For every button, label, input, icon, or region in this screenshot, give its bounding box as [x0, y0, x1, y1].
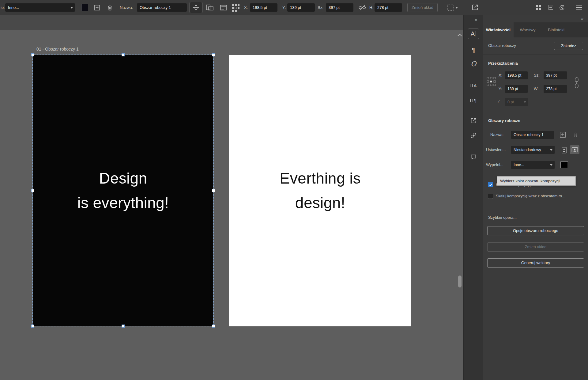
workspace-switcher-button[interactable]: [535, 4, 542, 11]
orientation-portrait-button[interactable]: [560, 146, 568, 154]
y-input[interactable]: 139 pt: [287, 3, 315, 12]
artboard-fill-color-swatch[interactable]: [560, 162, 568, 168]
paragraph-panel-icon[interactable]: ¶: [468, 44, 479, 55]
vertical-scrollbar[interactable]: [458, 276, 462, 287]
artboard-options-toolbar: ie: Inne... Nazwa: Obszar roboczy 1 X: 1…: [0, 0, 588, 15]
transform-width-input[interactable]: 397 pt: [544, 71, 567, 79]
tab-biblioteki[interactable]: Biblioteki: [542, 22, 571, 37]
style-box: [470, 99, 473, 102]
artboard-list-button[interactable]: [220, 4, 228, 11]
preset-color-swatch[interactable]: [81, 4, 88, 11]
transform-height-input[interactable]: 278 pt: [544, 85, 567, 93]
hamburger-icon: [575, 5, 582, 10]
selection-handle-top-right[interactable]: [212, 53, 215, 56]
artboard-fill-dropdown[interactable]: Inne...: [511, 161, 555, 169]
sync-icon: [558, 4, 566, 11]
change-layout-button-panel[interactable]: Zmień układ: [487, 242, 584, 252]
dashed-square-icon: [447, 4, 454, 11]
reference-point-selector[interactable]: [487, 77, 496, 86]
height-input[interactable]: 278 pt: [375, 3, 402, 12]
move-artboard-tool-button[interactable]: [190, 2, 202, 13]
rearrange-artboards-button[interactable]: [231, 3, 240, 12]
opentype-panel-icon[interactable]: O: [468, 58, 479, 69]
chevron-down-icon: [550, 149, 552, 151]
width-input[interactable]: 397 pt: [326, 3, 353, 12]
properties-panel: » Właściwości Warstwy Biblioteki Obszar …: [483, 15, 588, 380]
preset-label-clipped: ie:: [1, 0, 5, 15]
character-panel-icon[interactable]: A: [468, 28, 479, 39]
artboard-2[interactable]: Everthing is design!: [229, 55, 411, 326]
x-input[interactable]: 198.5 pt: [250, 3, 277, 12]
add-artboard-button[interactable]: [560, 131, 566, 138]
reference-point-icon: [487, 77, 496, 86]
artboard-1[interactable]: Design is everything!: [33, 55, 213, 326]
quick-actions-title: Szybkie opera...: [488, 214, 517, 222]
panel-tab-bar: Właściwości Warstwy Biblioteki: [483, 22, 588, 37]
angle-icon: ∠: [497, 98, 501, 106]
artboard-name-input[interactable]: Obszar roboczy 1: [137, 3, 187, 12]
selection-handle-bottom-left[interactable]: [31, 325, 34, 328]
export-icon: [471, 4, 479, 11]
collapse-panels-icon[interactable]: «: [475, 17, 477, 22]
trash-icon: [107, 4, 113, 11]
new-artboard-button[interactable]: [93, 4, 101, 11]
selection-handle-bottom-middle[interactable]: [122, 325, 125, 328]
tab-wlasciwosci[interactable]: Właściwości: [483, 22, 514, 37]
sync-button[interactable]: [558, 4, 566, 11]
artboard2-text-line2: design!: [280, 191, 361, 215]
canvas-area[interactable]: 01 - Obszar roboczy 1 Design is everythi…: [0, 15, 463, 380]
artboard-name-input[interactable]: Obszar roboczy 1: [511, 131, 554, 139]
artboard-options-button[interactable]: Opcje obszaru roboczego: [487, 226, 584, 235]
delete-artboard-button[interactable]: [573, 131, 578, 138]
artboard-preset-dropdown[interactable]: Inne...: [5, 3, 75, 12]
portrait-icon: [561, 147, 567, 154]
artboards-section-title: Obszary robocze: [488, 117, 520, 125]
artboard-title-label[interactable]: 01 - Obszar roboczy 1: [36, 47, 79, 51]
artboard-name-label: Nazwa:: [490, 131, 503, 139]
selection-handle-middle-left[interactable]: [31, 189, 34, 192]
scroll-up-icon[interactable]: [458, 34, 462, 38]
constrain-dimensions-toggle[interactable]: [573, 76, 580, 89]
transform-width-label: Sz:: [534, 71, 540, 79]
selection-handle-top-middle[interactable]: [122, 53, 125, 56]
character-styles-panel-icon[interactable]: A: [468, 80, 479, 91]
move-with-artboard-checkbox[interactable]: [488, 182, 493, 187]
artboard-preset-dropdown[interactable]: Niestandardowy: [511, 146, 555, 154]
selection-handle-top-left[interactable]: [31, 53, 34, 56]
chevron-down-icon: [70, 7, 73, 9]
move-icon: [193, 4, 199, 11]
orientation-toggle-button[interactable]: [205, 4, 214, 11]
align-panel-button[interactable]: [547, 4, 554, 11]
chevron-down-icon: [524, 101, 526, 103]
menu-button[interactable]: [575, 5, 582, 10]
tab-warstwy[interactable]: Warstwy: [514, 22, 542, 37]
transform-x-input[interactable]: 198.5 pt: [505, 71, 528, 79]
constrain-proportions-button[interactable]: [358, 4, 366, 11]
generate-vectors-button[interactable]: Generuj wektory: [487, 258, 584, 268]
artboard2-text-line1: Everthing is: [280, 166, 361, 191]
orientation-landscape-button[interactable]: [570, 145, 579, 154]
scale-with-artboard-checkbox[interactable]: [488, 194, 493, 199]
panel-icon-strip: « A ¶ O A ¶: [463, 15, 483, 380]
transform-y-input[interactable]: 139 pt: [505, 85, 528, 93]
context-label: Obszar roboczy: [488, 42, 516, 50]
width-label: Sz:: [318, 0, 323, 15]
list-icon: [220, 5, 227, 11]
x-label: X:: [244, 0, 248, 15]
expand-panels-icon[interactable]: »: [581, 16, 583, 21]
trash-icon: [573, 131, 578, 138]
links-panel-icon[interactable]: [468, 130, 479, 141]
delete-artboard-button[interactable]: [107, 4, 113, 12]
finish-button[interactable]: Zakończ: [554, 42, 583, 50]
grid-options-button[interactable]: [446, 4, 459, 11]
transform-section-title: Przekształcenia: [488, 59, 518, 67]
export-panel-icon[interactable]: [468, 115, 479, 126]
paragraph-styles-panel-icon[interactable]: ¶: [468, 95, 479, 106]
comments-panel-icon[interactable]: [468, 151, 479, 162]
export-button[interactable]: [471, 3, 479, 12]
section-divider: [483, 114, 588, 114]
rotation-dropdown[interactable]: 0 pt: [505, 98, 528, 106]
selection-handle-middle-right[interactable]: [212, 189, 215, 192]
change-layout-button[interactable]: Zmień układ: [407, 3, 438, 12]
selection-handle-bottom-right[interactable]: [212, 325, 215, 328]
